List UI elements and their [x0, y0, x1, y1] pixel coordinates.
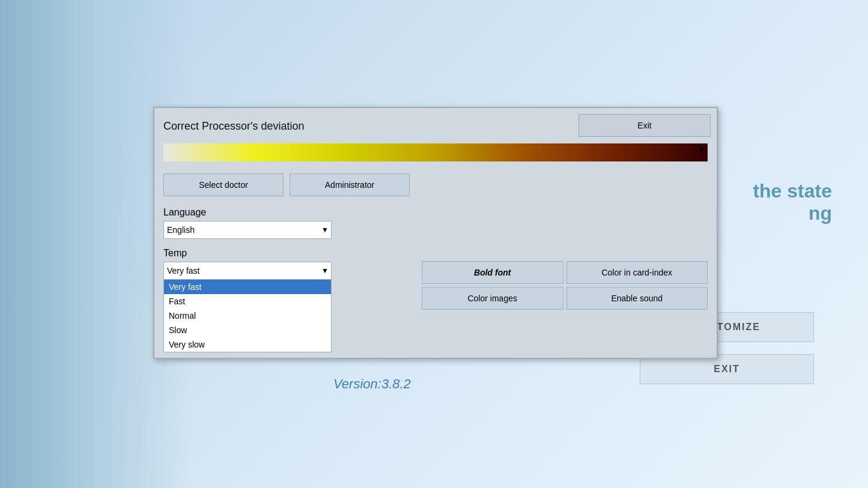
language-label: Language: [163, 207, 708, 218]
temp-select-wrapper: Very fast Fast Normal Slow Very slow ▼ V…: [163, 262, 332, 280]
dropdown-item-fast[interactable]: Fast: [164, 294, 331, 309]
bg-text-line1: the state: [753, 180, 832, 202]
dialog-inner: Exit Correct Processor's deviation 0% ▼ …: [154, 108, 717, 358]
progress-section: 0% ▼: [163, 143, 708, 161]
progress-gradient: [163, 143, 708, 161]
dropdown-item-normal[interactable]: Normal: [164, 309, 331, 323]
color-images-button[interactable]: Color images: [422, 287, 563, 310]
action-buttons-row: Select doctor Administrator: [163, 173, 708, 196]
language-select[interactable]: English French German Spanish: [163, 221, 332, 239]
bold-font-button[interactable]: Bold font: [422, 261, 563, 284]
language-section: Language English French German Spanish ▼: [163, 207, 708, 239]
administrator-button[interactable]: Administrator: [290, 173, 410, 196]
temp-options-row: Temp Very fast Fast Normal Slow Very slo…: [163, 248, 708, 310]
dropdown-item-very-fast[interactable]: Very fast: [164, 280, 331, 294]
version-text: Version:3.8.2: [333, 376, 411, 392]
background-text: the state ng: [753, 180, 832, 224]
temp-section: Temp Very fast Fast Normal Slow Very slo…: [163, 248, 332, 280]
color-in-card-index-button[interactable]: Color in card-index: [566, 261, 708, 284]
dropdown-item-very-slow[interactable]: Very slow: [164, 337, 331, 352]
temp-dropdown-open: Very fast Fast Normal Slow Very slow: [163, 280, 332, 352]
language-select-wrapper: English French German Spanish ▼: [163, 221, 332, 239]
progress-indicator: ▼: [697, 145, 706, 155]
dropdown-item-slow[interactable]: Slow: [164, 323, 331, 337]
bg-text-line2: ng: [753, 202, 832, 224]
temp-select[interactable]: Very fast Fast Normal Slow Very slow: [163, 262, 332, 280]
dialog-exit-button[interactable]: Exit: [578, 114, 711, 137]
option-buttons-grid: Bold font Color in card-index Color imag…: [422, 261, 708, 310]
select-doctor-button[interactable]: Select doctor: [163, 173, 284, 196]
main-dialog: Exit Correct Processor's deviation 0% ▼ …: [153, 107, 718, 359]
enable-sound-button[interactable]: Enable sound: [566, 287, 708, 310]
progress-bar: ▼: [163, 143, 708, 161]
temp-label: Temp: [163, 248, 332, 259]
